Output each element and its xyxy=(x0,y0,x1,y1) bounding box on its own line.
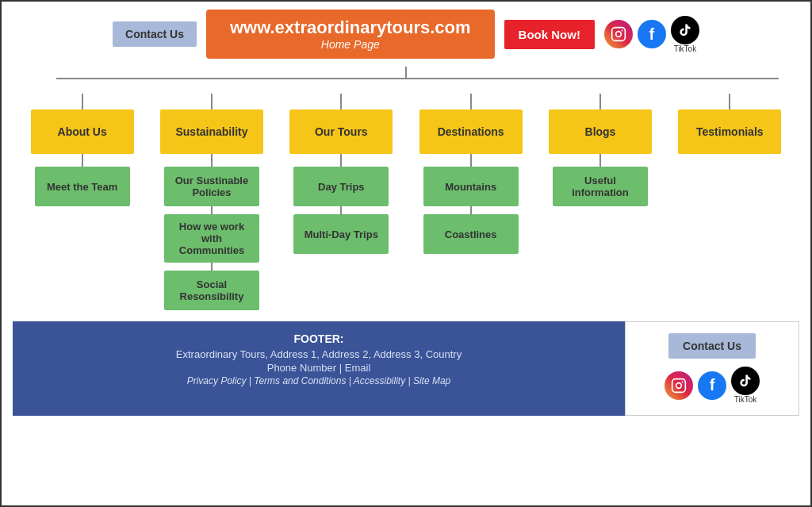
footer-left: FOOTER: Extraordinary Tours, Address 1, … xyxy=(13,321,625,416)
v-line-tours xyxy=(340,154,342,167)
sust-social-item[interactable]: Social Resonsibility xyxy=(164,271,259,310)
site-map-chart: About Us Meet the Team Sustainability Ou… xyxy=(13,67,799,310)
footer-section: FOOTER: Extraordinary Tours, Address 1, … xyxy=(13,321,799,416)
instagram-icon-header[interactable] xyxy=(604,20,633,48)
home-stem xyxy=(405,67,407,78)
level1-row: About Us Meet the Team Sustainability Ou… xyxy=(17,78,795,310)
footer-contact-button[interactable]: Contact Us xyxy=(668,333,756,359)
tiktok-icon-footer[interactable] xyxy=(731,367,760,395)
about-us-col: About Us Meet the Team xyxy=(17,94,147,206)
destinations-sub: Mountains Coastlines xyxy=(406,154,535,254)
social-icons-header: f TikTok xyxy=(604,16,699,53)
about-us-sub: Meet the Team xyxy=(17,154,147,206)
v-spacer-tours1 xyxy=(340,206,342,214)
footer-line3: Privacy Policy | Terms and Conditions | … xyxy=(29,375,609,386)
v-line-sust xyxy=(211,154,213,167)
sustainability-col: Sustainability Our Sustinable Policies H… xyxy=(147,94,276,310)
tiktok-icon-header[interactable] xyxy=(671,16,699,44)
testimonials-col: Testimonials xyxy=(665,94,795,154)
svg-point-2 xyxy=(622,29,623,31)
testimonials-nav[interactable]: Testimonials xyxy=(678,109,781,154)
multi-day-trips-item[interactable]: Multi-Day Trips xyxy=(293,214,389,254)
contact-us-button[interactable]: Contact Us xyxy=(113,21,197,47)
sust-policies-item[interactable]: Our Sustinable Policies xyxy=(164,167,259,206)
our-tours-col: Our Tours Day Trips Multi-Day Trips xyxy=(277,94,406,254)
sust-communities-item[interactable]: How we work with Communities xyxy=(164,214,259,263)
sustainability-nav[interactable]: Sustainability xyxy=(160,109,263,154)
v-line-blogs xyxy=(599,154,601,167)
book-now-button[interactable]: Book Now! xyxy=(504,20,595,49)
v-line-about xyxy=(82,154,83,167)
facebook-icon-footer[interactable]: f xyxy=(698,371,726,400)
v-line-dest xyxy=(470,154,472,167)
coastlines-item[interactable]: Coastlines xyxy=(423,214,519,254)
footer-right: Contact Us f TikTok xyxy=(625,321,799,416)
home-page-box[interactable]: www.extraordinarytours.com Home Page xyxy=(206,10,495,59)
meet-team-item[interactable]: Meet the Team xyxy=(35,167,130,206)
our-tours-sub: Day Trips Multi-Day Trips xyxy=(277,154,406,254)
facebook-icon-header[interactable]: f xyxy=(638,20,666,48)
tiktok-container-footer: TikTok xyxy=(731,367,760,404)
day-trips-item[interactable]: Day Trips xyxy=(293,167,389,206)
tiktok-label-header: TikTok xyxy=(674,44,697,53)
footer-line2: Phone Number | Email xyxy=(29,362,609,374)
social-icons-footer: f TikTok xyxy=(665,367,760,404)
useful-info-item[interactable]: Useful information xyxy=(553,167,648,206)
svg-point-5 xyxy=(682,381,684,382)
v-spacer-dest1 xyxy=(470,206,472,214)
footer-title: FOOTER: xyxy=(29,332,609,345)
blogs-sub: Useful information xyxy=(535,154,665,206)
sustainability-sub: Our Sustinable Policies How we work with… xyxy=(147,154,276,310)
v-spacer-sust2 xyxy=(211,263,213,271)
destinations-nav[interactable]: Destinations xyxy=(419,109,523,154)
svg-point-4 xyxy=(676,382,682,388)
home-label: Home Page xyxy=(230,38,471,51)
blogs-nav[interactable]: Blogs xyxy=(549,109,652,154)
blogs-col: Blogs Useful information xyxy=(535,94,665,206)
v-spacer-sust1 xyxy=(211,206,213,214)
tiktok-container-header: TikTok xyxy=(671,16,699,53)
our-tours-nav[interactable]: Our Tours xyxy=(289,109,393,154)
svg-rect-3 xyxy=(672,378,686,392)
about-us-nav[interactable]: About Us xyxy=(31,109,134,154)
destinations-col: Destinations Mountains Coastlines xyxy=(406,94,535,254)
svg-point-1 xyxy=(616,32,622,37)
site-url: www.extraordinarytours.com xyxy=(230,17,471,38)
instagram-icon-footer[interactable] xyxy=(665,371,693,400)
svg-rect-0 xyxy=(612,28,626,41)
mountains-item[interactable]: Mountains xyxy=(423,167,519,206)
tiktok-label-footer: TikTok xyxy=(734,395,757,404)
footer-line1: Extraordinary Tours, Address 1, Address … xyxy=(29,348,609,360)
